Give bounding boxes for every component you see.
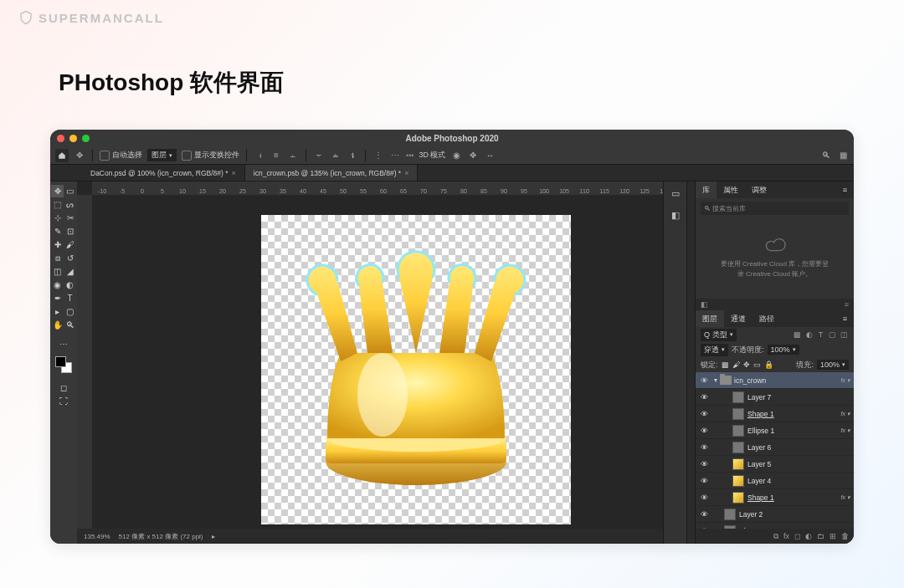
blend-mode-select[interactable]: 穿透▾ <box>701 344 728 356</box>
layer-row[interactable]: 👁Layer 2 <box>696 506 854 523</box>
quick-select-tool[interactable]: ⊹ <box>51 212 64 224</box>
visibility-toggle[interactable]: 👁 <box>699 460 709 468</box>
layer-fx-indicator[interactable]: fx ▾ <box>841 377 850 384</box>
brush-tool[interactable]: 🖌 <box>64 238 76 251</box>
visibility-toggle[interactable]: 👁 <box>699 427 709 435</box>
orbit-3d-icon[interactable]: ◉ <box>450 150 462 161</box>
foreground-color[interactable] <box>55 356 66 367</box>
edit-toolbar[interactable]: ⋯ <box>58 338 70 350</box>
pan-3d-icon[interactable]: ✥ <box>467 150 479 161</box>
distribute-v-icon[interactable]: ⋯ <box>389 150 401 161</box>
healing-tool[interactable]: ✚ <box>51 238 64 251</box>
screenmode-tool[interactable]: ⛶ <box>58 395 70 407</box>
stamp-tool[interactable]: ⧈ <box>51 252 64 264</box>
artboard-tool[interactable]: ▭ <box>64 185 76 197</box>
marquee-tool[interactable]: ⬚ <box>51 198 64 211</box>
align-center-v-icon[interactable]: ⫨ <box>330 150 342 161</box>
panel-menu-button[interactable]: ≡ <box>836 182 854 198</box>
zoom-level[interactable]: 135.49% <box>84 533 110 540</box>
more-align-button[interactable]: ••• <box>406 151 413 160</box>
lock-nest-icon[interactable]: ▭ <box>753 360 761 369</box>
layer-row[interactable]: 👁Shape 1fx ▾ <box>696 406 854 422</box>
shape-tool[interactable]: ▢ <box>64 305 76 318</box>
new-group-icon[interactable]: 🗀 <box>817 532 824 540</box>
filter-pixel-icon[interactable]: ▩ <box>793 330 802 339</box>
auto-select-checkbox[interactable]: 自动选择 <box>100 150 142 161</box>
visibility-toggle[interactable]: 👁 <box>699 510 709 519</box>
visibility-toggle[interactable]: 👁 <box>699 376 709 385</box>
tab-channels[interactable]: 通道 <box>724 310 752 327</box>
lock-paint-icon[interactable]: 🖌 <box>732 360 740 369</box>
filter-shape-icon[interactable]: ▢ <box>828 330 837 339</box>
visibility-toggle[interactable]: 👁 <box>699 393 709 401</box>
document-tab[interactable]: DaCon.psd @ 100% (icn_crown, RGB/8#) * × <box>82 165 245 181</box>
close-tab-icon[interactable]: × <box>404 169 408 177</box>
link-layers-icon[interactable]: ⧉ <box>773 532 778 541</box>
layer-row[interactable]: 👁Layer 4 <box>696 473 854 489</box>
document-tab[interactable]: icn_crown.psb @ 135% (icn_crown, RGB/8#)… <box>245 165 419 181</box>
layer-row[interactable]: 👁Layer 7 <box>696 389 854 406</box>
delete-layer-icon[interactable]: 🗑 <box>841 532 849 540</box>
visibility-toggle[interactable]: 👁 <box>699 493 709 502</box>
lock-trans-icon[interactable]: ▩ <box>722 360 729 369</box>
adjustment-layer-icon[interactable]: ◐ <box>805 532 812 540</box>
filter-smart-icon[interactable]: ◫ <box>840 330 849 339</box>
layer-fx-indicator[interactable]: fx ▾ <box>841 494 850 501</box>
layer-row[interactable]: 👁Layer 6 <box>696 439 854 456</box>
distribute-h-icon[interactable]: ⋮ <box>372 150 384 161</box>
path-select-tool[interactable]: ▸ <box>51 305 64 318</box>
type-tool[interactable]: T <box>64 292 76 304</box>
lock-pos-icon[interactable]: ✥ <box>743 360 750 369</box>
hand-tool[interactable]: ✋ <box>51 319 64 331</box>
layer-mask-icon[interactable]: ◻ <box>794 532 800 540</box>
tab-paths[interactable]: 路径 <box>752 310 781 327</box>
filter-type-icon[interactable]: T <box>816 330 825 339</box>
align-top-icon[interactable]: ⫟ <box>313 150 325 161</box>
search-button[interactable]: 🔍︎ <box>820 150 832 161</box>
eraser-tool[interactable]: ◫ <box>51 265 64 278</box>
visibility-toggle[interactable]: 👁 <box>699 443 709 452</box>
lasso-tool[interactable]: ᔕ <box>64 198 76 211</box>
layer-row[interactable]: 👁Layer 5 <box>696 456 854 473</box>
lock-all-icon[interactable]: 🔒 <box>764 360 773 369</box>
workspace-button[interactable]: ▦ <box>837 150 849 161</box>
history-brush-tool[interactable]: ↺ <box>64 252 76 264</box>
move-tool[interactable]: ✥ <box>51 185 64 197</box>
layer-fx-icon[interactable]: fx <box>783 532 789 540</box>
pen-tool[interactable]: ✒ <box>51 292 64 304</box>
eyedropper-tool[interactable]: ✎ <box>51 225 64 238</box>
visibility-toggle[interactable]: 👁 <box>699 477 709 485</box>
align-center-h-icon[interactable]: ≡ <box>270 150 282 161</box>
show-transform-checkbox[interactable]: 显示变换控件 <box>182 150 239 161</box>
status-chevron-icon[interactable]: ▸ <box>212 533 215 540</box>
home-button[interactable] <box>55 149 69 162</box>
panel-menu-button[interactable]: ≡ <box>836 310 854 327</box>
auto-select-target[interactable]: 图层▾ <box>147 149 177 161</box>
dodge-tool[interactable]: ◐ <box>64 279 76 291</box>
quickmask-tool[interactable]: ◻ <box>58 381 70 394</box>
layer-fx-indicator[interactable]: fx ▾ <box>841 411 850 417</box>
color-swatch[interactable] <box>55 356 72 373</box>
document-canvas[interactable] <box>261 215 571 524</box>
blur-tool[interactable]: ◉ <box>51 279 64 291</box>
close-tab-icon[interactable]: × <box>232 169 236 177</box>
align-left-icon[interactable]: ⫞ <box>254 150 265 161</box>
new-layer-icon[interactable]: ⊞ <box>830 532 836 540</box>
align-right-icon[interactable]: ⫠ <box>287 150 299 161</box>
layer-row[interactable]: 👁Ellipse 1fx ▾ <box>696 422 854 439</box>
crop-tool[interactable]: ✂ <box>64 212 76 224</box>
chevron-down-icon[interactable]: ▾ <box>714 376 717 384</box>
fill-input[interactable]: 100%▾ <box>817 360 849 370</box>
color-panel-icon[interactable]: ◧ <box>669 208 682 222</box>
frame-tool[interactable]: ⊡ <box>64 225 76 238</box>
history-panel-icon[interactable]: ▭ <box>669 187 682 200</box>
tab-layers[interactable]: 图层 <box>696 310 724 327</box>
layer-fx-indicator[interactable]: fx ▾ <box>841 427 850 434</box>
zoom-tool[interactable]: 🔍︎ <box>64 319 76 331</box>
layer-row[interactable]: 👁▾icn_crownfx ▾ <box>696 372 854 389</box>
layer-row[interactable]: 👁Shape 2 <box>696 523 854 529</box>
tab-libraries[interactable]: 库 <box>696 182 717 198</box>
swatches-collapsed[interactable]: ◧ ≡ <box>696 299 854 310</box>
align-bottom-icon[interactable]: ⫮ <box>347 150 358 161</box>
visibility-toggle[interactable]: 👁 <box>699 410 709 418</box>
